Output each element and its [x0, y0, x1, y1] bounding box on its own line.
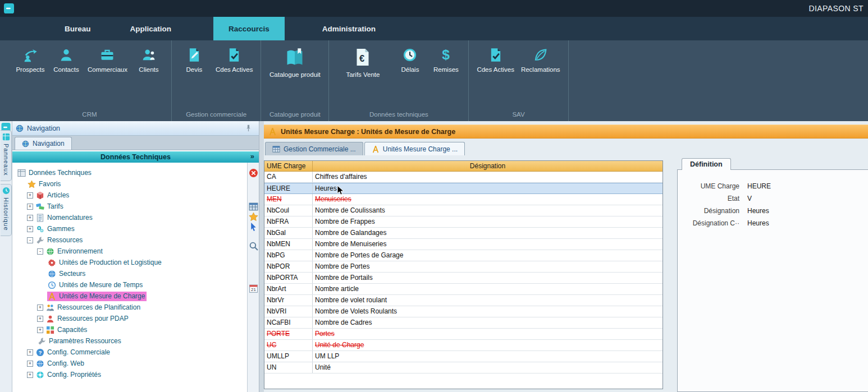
close-icon[interactable]: [249, 168, 258, 178]
tree-item-articles[interactable]: + Articles: [12, 190, 247, 201]
cell-code: UC: [264, 340, 313, 351]
ribbon-button-reclamations[interactable]: Reclamations: [518, 45, 564, 73]
table-row-umllp[interactable]: UMLLP UM LLP: [264, 351, 663, 362]
tree-item-tarifs[interactable]: + Tarifs: [12, 201, 247, 212]
ribbon-button-devis[interactable]: Devis: [176, 45, 212, 73]
tree-item-unites-de-mesure-de-temps[interactable]: Unités de Mesure de Temps: [12, 279, 247, 290]
tree-item-favoris[interactable]: Favoris: [12, 178, 247, 190]
tab-navigation-label: Navigation: [33, 140, 65, 147]
doc-check-icon: [226, 47, 242, 63]
expand-box-icon[interactable]: +: [27, 349, 33, 356]
tree-item-parametres-ressources[interactable]: Paramètres Ressources: [12, 335, 247, 347]
ribbon-button-commerciaux[interactable]: Commerciaux: [84, 45, 131, 73]
ribbon-tab-bureau[interactable]: Bureau: [49, 17, 106, 40]
table-row-ca[interactable]: CA Chiffres d'affaires: [264, 172, 663, 183]
table-row-nbrvr[interactable]: NbrVr Nombre de volet roulant: [264, 295, 663, 306]
table-row-nbgal[interactable]: NbGal Nombre de Galandages: [264, 228, 663, 239]
expand-box-icon[interactable]: +: [27, 204, 33, 210]
doc-tab-unites-mesure-charge[interactable]: Unités Mesure Charge ...: [364, 142, 465, 155]
collapse-box-icon[interactable]: -: [27, 237, 33, 243]
expand-box-icon[interactable]: +: [37, 316, 43, 322]
grid-blue-icon[interactable]: [249, 202, 258, 211]
ribbon-button-clients[interactable]: Clients: [131, 45, 167, 73]
ribbon-tab-raccourcis[interactable]: Raccourcis: [213, 17, 285, 40]
table-row-nbrart[interactable]: NbrArt Nombre article: [264, 284, 663, 295]
globe-icon: [16, 124, 24, 132]
ribbon-tab-administration[interactable]: Administration: [307, 17, 391, 40]
ribbon-button-delais[interactable]: Délais: [392, 45, 428, 73]
cell-code: MEN: [264, 194, 313, 205]
column-header-ume-charge[interactable]: UME Charge: [264, 161, 313, 171]
tree-item-capacites[interactable]: + Capacités: [12, 324, 247, 335]
expand-box-icon[interactable]: +: [27, 192, 33, 199]
person-red-icon: [46, 315, 54, 323]
tree-item-ressources-de-planification[interactable]: + Ressources de Planification: [12, 302, 247, 313]
table-row-nbmen[interactable]: NbMEN Nombre de Menuiseries: [264, 239, 663, 250]
column-header-designation[interactable]: Désignation: [313, 161, 663, 171]
tree-item-ressources-pour-pdap[interactable]: + Ressources pour PDAP: [12, 313, 247, 324]
table-row-nbfra[interactable]: NbFRA Nombre de Frappes: [264, 216, 663, 228]
expand-box-icon[interactable]: +: [27, 226, 33, 232]
ribbon-button-prospects[interactable]: Prospects: [12, 45, 48, 73]
expand-box-icon[interactable]: +: [27, 372, 33, 378]
search-icon[interactable]: [249, 241, 258, 251]
edge-tab-historique[interactable]: Historique: [1, 184, 12, 236]
collapse-panel-button[interactable]: »: [248, 152, 257, 160]
tree-item-config-proprietes[interactable]: + Config. Propriétés: [12, 369, 247, 380]
app-icon[interactable]: [3, 3, 15, 13]
definition-panel: UME Charge HEURE Etat V Désignation Heur…: [677, 169, 868, 392]
ribbon-tab-application[interactable]: Application: [115, 17, 187, 40]
edge-tab-panneaux[interactable]: Panneaux: [1, 130, 12, 181]
tree-item-label: Config. Commerciale: [47, 348, 110, 356]
globe-blue-icon: [36, 359, 44, 368]
expand-box-icon[interactable]: +: [37, 305, 43, 311]
tree-item-ressources[interactable]: - Ressources: [12, 234, 247, 246]
tree-item-environnement[interactable]: - Environnement: [12, 246, 247, 257]
table-row-nbpor[interactable]: NbPOR Nombre de Portes: [264, 261, 663, 273]
edge-tab-label: Panneaux: [3, 144, 10, 176]
cell-designation: Nombre de volet roulant: [313, 295, 663, 306]
collapse-box-icon[interactable]: -: [37, 248, 43, 255]
expand-box-icon[interactable]: +: [27, 361, 33, 367]
tree-item-unites-de-production-et-logistique[interactable]: Unités de Production et Logistique: [12, 257, 247, 268]
table-row-nbcoul[interactable]: NbCoul Nombre de Coulissants: [264, 205, 663, 216]
tree-item-nomenclatures[interactable]: + Nomenclatures: [12, 212, 247, 223]
tree-item-donnees-techniques[interactable]: Données Techniques: [12, 167, 247, 178]
table-row-nbvri[interactable]: NbVRI Nombre de Volets Roulants: [264, 306, 663, 317]
table-row-ncafbi[interactable]: NCaFBI Nombre de Cadres: [264, 317, 663, 329]
table-row-porte[interactable]: PORTE Portes: [264, 329, 663, 340]
tree-item-gammes[interactable]: + Gammes: [12, 223, 247, 234]
cursor-icon[interactable]: [249, 222, 258, 232]
doc-tab-gestion-commerciale[interactable]: Gestion Commerciale ...: [265, 142, 363, 155]
table-row-men[interactable]: MEN Menuiseries: [264, 194, 663, 205]
ribbon-button-tarifs-vente[interactable]: € Tarifs Vente: [334, 45, 392, 79]
ribbon-button-label: Catalogue produit: [269, 71, 321, 79]
expand-box-icon[interactable]: +: [27, 215, 33, 221]
tree-item-secteurs[interactable]: Secteurs: [12, 268, 247, 279]
table-row-nbporta[interactable]: NbPORTA Nombre de Portails: [264, 273, 663, 284]
tree-item-config-web[interactable]: + Config. Web: [12, 358, 247, 369]
table-row-uc[interactable]: UC Unité de Charge: [264, 340, 663, 351]
pin-icon[interactable]: [245, 124, 252, 132]
cell-designation: Nombre de Portes: [313, 261, 663, 272]
tree-item-label: Config. Propriétés: [47, 371, 101, 379]
ribbon-button-cdes-actives[interactable]: Cdes Actives: [473, 45, 517, 73]
tab-navigation[interactable]: Navigation: [15, 137, 72, 150]
table-row-nbpg[interactable]: NbPG Nombre de Portes de Garage: [264, 250, 663, 261]
ribbon-button-label: Cdes Actives: [216, 66, 253, 73]
tarifs-icon: [36, 202, 44, 211]
star-icon[interactable]: [249, 212, 258, 222]
table-row-heure[interactable]: HEURE Heures: [264, 183, 663, 194]
tree-item-unites-de-mesure-de-charge[interactable]: Unités de Mesure de Charge: [12, 290, 247, 302]
ribbon-button-remises[interactable]: $ Remises: [428, 45, 464, 73]
ribbon-button-contacts[interactable]: Contacts: [48, 45, 84, 73]
tree-item-config-commerciale[interactable]: + ? Config. Commerciale: [12, 347, 247, 358]
ribbon-button-cdes-actives[interactable]: Cdes Actives: [212, 45, 256, 73]
expand-box-icon[interactable]: +: [37, 327, 43, 333]
tree-item-label: Paramètres Ressources: [49, 337, 121, 345]
table-row-un[interactable]: UN Unité: [264, 362, 663, 373]
table-header: UME Charge Désignation: [264, 161, 663, 172]
ribbon-button-catalogue-produit[interactable]: Catalogue produit: [266, 45, 324, 79]
tab-definition[interactable]: Définition: [682, 158, 731, 170]
calendar-icon[interactable]: 21: [249, 284, 258, 293]
